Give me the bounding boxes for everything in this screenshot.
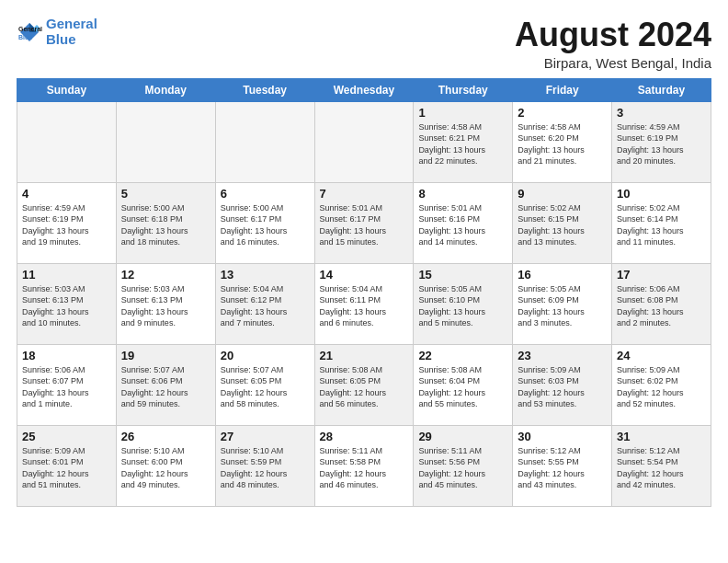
day-info: Sunrise: 4:58 AMSunset: 6:20 PMDaylight:… [518,121,607,167]
day-number: 31 [617,430,706,443]
calendar-cell: 6Sunrise: 5:00 AMSunset: 6:17 PMDaylight… [215,182,314,263]
day-info: Sunrise: 5:09 AMSunset: 6:03 PMDaylight:… [518,364,607,410]
day-number: 25 [22,430,111,443]
day-info: Sunrise: 5:01 AMSunset: 6:16 PMDaylight:… [418,202,507,248]
calendar-cell: 15Sunrise: 5:05 AMSunset: 6:10 PMDayligh… [414,263,513,344]
day-number: 2 [518,106,607,120]
page: General Blue General Blue August 2024 Bi… [0,0,728,563]
day-number: 4 [22,187,111,201]
day-number: 16 [518,268,607,282]
day-number: 19 [121,349,210,362]
day-of-week-header: Wednesday [314,78,414,101]
day-info: Sunrise: 5:03 AMSunset: 6:13 PMDaylight:… [121,283,210,329]
day-number: 22 [418,349,507,362]
month-year: August 2024 [515,17,711,53]
day-info: Sunrise: 5:11 AMSunset: 5:56 PMDaylight:… [418,445,507,491]
calendar-week-row: 11Sunrise: 5:03 AMSunset: 6:13 PMDayligh… [17,263,711,344]
calendar-cell: 11Sunrise: 5:03 AMSunset: 6:13 PMDayligh… [17,263,117,344]
calendar-cell [314,101,414,182]
calendar-cell: 30Sunrise: 5:12 AMSunset: 5:55 PMDayligh… [513,425,612,506]
calendar-cell: 23Sunrise: 5:09 AMSunset: 6:03 PMDayligh… [513,344,612,425]
calendar-cell [17,101,117,182]
day-info: Sunrise: 5:00 AMSunset: 6:17 PMDaylight:… [221,202,310,248]
calendar-cell: 21Sunrise: 5:08 AMSunset: 6:05 PMDayligh… [314,344,414,425]
calendar-cell: 24Sunrise: 5:09 AMSunset: 6:02 PMDayligh… [612,344,711,425]
day-number: 12 [121,268,210,282]
day-info: Sunrise: 4:58 AMSunset: 6:21 PMDaylight:… [418,121,507,167]
day-info: Sunrise: 5:04 AMSunset: 6:11 PMDaylight:… [320,283,409,329]
day-number: 20 [221,349,310,362]
day-number: 7 [320,187,409,201]
calendar-cell: 20Sunrise: 5:07 AMSunset: 6:05 PMDayligh… [215,344,314,425]
location: Birpara, West Bengal, India [515,55,711,71]
title-block: August 2024 Birpara, West Bengal, India [515,17,711,71]
day-number: 28 [320,430,409,443]
calendar-cell: 22Sunrise: 5:08 AMSunset: 6:04 PMDayligh… [414,344,513,425]
logo-line2: Blue [46,31,76,47]
day-info: Sunrise: 5:02 AMSunset: 6:14 PMDaylight:… [617,202,706,248]
day-number: 15 [418,268,507,282]
calendar-cell: 31Sunrise: 5:12 AMSunset: 5:54 PMDayligh… [612,425,711,506]
svg-text:Blue: Blue [18,34,32,40]
calendar-week-row: 1Sunrise: 4:58 AMSunset: 6:21 PMDaylight… [17,101,711,182]
calendar-week-row: 18Sunrise: 5:06 AMSunset: 6:07 PMDayligh… [17,344,711,425]
calendar-cell: 14Sunrise: 5:04 AMSunset: 6:11 PMDayligh… [314,263,414,344]
calendar-cell: 1Sunrise: 4:58 AMSunset: 6:21 PMDaylight… [414,101,513,182]
day-number: 29 [418,430,507,443]
calendar-cell: 13Sunrise: 5:04 AMSunset: 6:12 PMDayligh… [215,263,314,344]
calendar: SundayMondayTuesdayWednesdayThursdayFrid… [17,78,711,507]
calendar-cell: 26Sunrise: 5:10 AMSunset: 6:00 PMDayligh… [116,425,215,506]
calendar-week-row: 4Sunrise: 4:59 AMSunset: 6:19 PMDaylight… [17,182,711,263]
calendar-cell: 25Sunrise: 5:09 AMSunset: 6:01 PMDayligh… [17,425,117,506]
calendar-cell: 5Sunrise: 5:00 AMSunset: 6:18 PMDaylight… [116,182,215,263]
calendar-cell: 8Sunrise: 5:01 AMSunset: 6:16 PMDaylight… [414,182,513,263]
day-info: Sunrise: 5:09 AMSunset: 6:01 PMDaylight:… [22,445,111,491]
day-info: Sunrise: 5:07 AMSunset: 6:05 PMDaylight:… [221,364,310,410]
day-info: Sunrise: 5:00 AMSunset: 6:18 PMDaylight:… [121,202,210,248]
day-of-week-header: Saturday [612,78,711,101]
header: General Blue General Blue August 2024 Bi… [17,17,711,71]
day-info: Sunrise: 5:10 AMSunset: 5:59 PMDaylight:… [221,445,310,491]
day-number: 3 [617,106,706,120]
day-number: 9 [518,187,607,201]
calendar-cell: 4Sunrise: 4:59 AMSunset: 6:19 PMDaylight… [17,182,117,263]
day-number: 23 [518,349,607,362]
day-number: 18 [22,349,111,362]
day-number: 11 [22,268,111,282]
day-of-week-header: Friday [513,78,612,101]
day-info: Sunrise: 4:59 AMSunset: 6:19 PMDaylight:… [617,121,706,167]
day-of-week-header: Tuesday [215,78,314,101]
day-number: 27 [221,430,310,443]
day-info: Sunrise: 5:12 AMSunset: 5:55 PMDaylight:… [518,445,607,491]
day-info: Sunrise: 5:06 AMSunset: 6:08 PMDaylight:… [617,283,706,329]
day-info: Sunrise: 5:11 AMSunset: 5:58 PMDaylight:… [320,445,409,491]
calendar-week-row: 25Sunrise: 5:09 AMSunset: 6:01 PMDayligh… [17,425,711,506]
day-info: Sunrise: 4:59 AMSunset: 6:19 PMDaylight:… [22,202,111,248]
day-number: 13 [221,268,310,282]
logo: General Blue General Blue [17,17,97,47]
calendar-cell: 9Sunrise: 5:02 AMSunset: 6:15 PMDaylight… [513,182,612,263]
day-number: 8 [418,187,507,201]
day-info: Sunrise: 5:05 AMSunset: 6:09 PMDaylight:… [518,283,607,329]
calendar-cell: 17Sunrise: 5:06 AMSunset: 6:08 PMDayligh… [612,263,711,344]
day-number: 6 [221,187,310,201]
day-number: 17 [617,268,706,282]
calendar-cell [116,101,215,182]
day-info: Sunrise: 5:12 AMSunset: 5:54 PMDaylight:… [617,445,706,491]
calendar-cell [215,101,314,182]
day-info: Sunrise: 5:05 AMSunset: 6:10 PMDaylight:… [418,283,507,329]
calendar-cell: 16Sunrise: 5:05 AMSunset: 6:09 PMDayligh… [513,263,612,344]
calendar-cell: 27Sunrise: 5:10 AMSunset: 5:59 PMDayligh… [215,425,314,506]
day-number: 24 [617,349,706,362]
svg-text:General: General [18,26,42,32]
calendar-cell: 18Sunrise: 5:06 AMSunset: 6:07 PMDayligh… [17,344,117,425]
calendar-cell: 3Sunrise: 4:59 AMSunset: 6:19 PMDaylight… [612,101,711,182]
day-info: Sunrise: 5:09 AMSunset: 6:02 PMDaylight:… [617,364,706,410]
day-info: Sunrise: 5:03 AMSunset: 6:13 PMDaylight:… [22,283,111,329]
day-of-week-header: Monday [116,78,215,101]
day-info: Sunrise: 5:06 AMSunset: 6:07 PMDaylight:… [22,364,111,410]
calendar-cell: 2Sunrise: 4:58 AMSunset: 6:20 PMDaylight… [513,101,612,182]
day-number: 30 [518,430,607,443]
logo-text: General Blue [46,17,97,47]
day-info: Sunrise: 5:08 AMSunset: 6:04 PMDaylight:… [418,364,507,410]
